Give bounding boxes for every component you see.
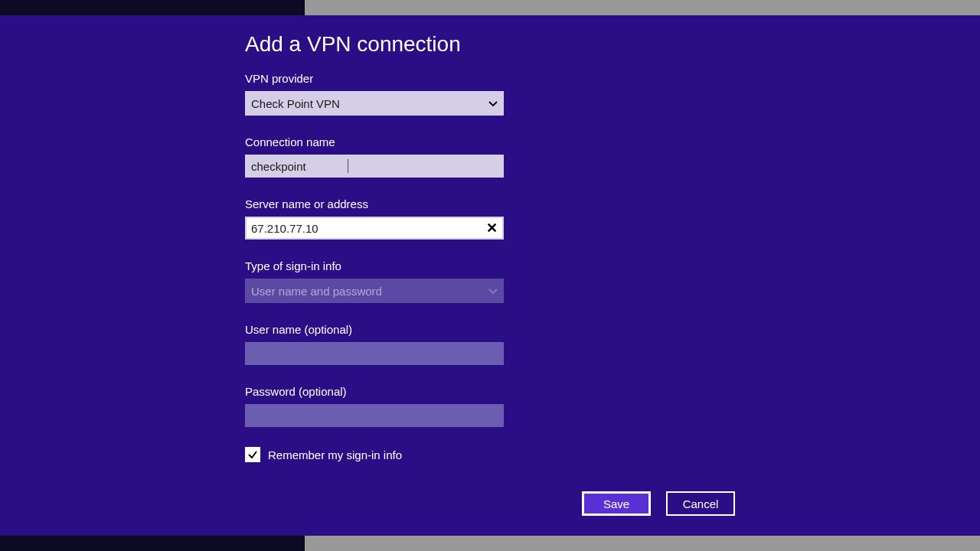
save-button[interactable]: Save — [582, 491, 651, 516]
password-group: Password (optional) — [245, 385, 735, 427]
vpn-provider-group: VPN provider Check Point VPN — [245, 72, 735, 116]
signin-type-select: User name and password — [245, 279, 504, 303]
vpn-provider-value: Check Point VPN — [251, 97, 340, 110]
username-group: User name (optional) — [245, 323, 735, 365]
password-label: Password (optional) — [245, 385, 735, 398]
connection-name-label: Connection name — [245, 135, 735, 148]
bottom-right-strip — [305, 536, 980, 551]
cancel-button[interactable]: Cancel — [666, 491, 735, 516]
remember-checkbox[interactable] — [245, 447, 260, 462]
checkmark-icon — [247, 449, 258, 460]
server-label: Server name or address — [245, 197, 735, 210]
signin-type-value: User name and password — [251, 285, 382, 298]
username-input[interactable] — [245, 342, 504, 365]
titlebar-left-strip — [0, 0, 305, 15]
signin-type-group: Type of sign-in info User name and passw… — [245, 259, 735, 303]
vpn-provider-label: VPN provider — [245, 72, 735, 85]
vpn-provider-select[interactable]: Check Point VPN — [245, 91, 504, 116]
remember-row: Remember my sign-in info — [245, 447, 735, 462]
vpn-dialog-panel: Add a VPN connection VPN provider Check … — [0, 15, 980, 536]
server-group: Server name or address ✕ — [245, 197, 735, 240]
form-content: Add a VPN connection VPN provider Check … — [245, 32, 735, 462]
server-input[interactable] — [245, 217, 504, 240]
text-caret — [348, 159, 348, 173]
username-label: User name (optional) — [245, 323, 735, 336]
page-title: Add a VPN connection — [245, 32, 735, 57]
connection-name-input[interactable] — [245, 155, 504, 178]
titlebar-right-strip — [305, 0, 980, 15]
dialog-buttons: Save Cancel — [582, 491, 735, 516]
clear-input-icon[interactable]: ✕ — [484, 220, 499, 236]
chevron-down-icon — [488, 285, 498, 297]
chevron-down-icon — [488, 97, 498, 109]
signin-type-label: Type of sign-in info — [245, 259, 735, 272]
remember-label: Remember my sign-in info — [268, 448, 402, 461]
connection-name-group: Connection name — [245, 135, 735, 178]
password-input[interactable] — [245, 404, 504, 427]
bottom-left-strip — [0, 536, 305, 551]
